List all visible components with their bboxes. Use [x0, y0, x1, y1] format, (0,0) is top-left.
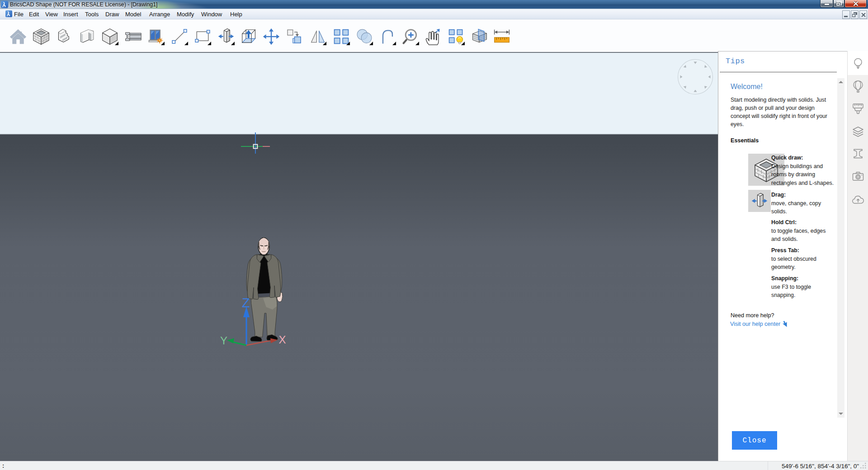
svg-text:Z: Z: [242, 296, 250, 310]
svg-text:X: X: [279, 334, 286, 346]
svg-text:Y: Y: [220, 334, 227, 347]
